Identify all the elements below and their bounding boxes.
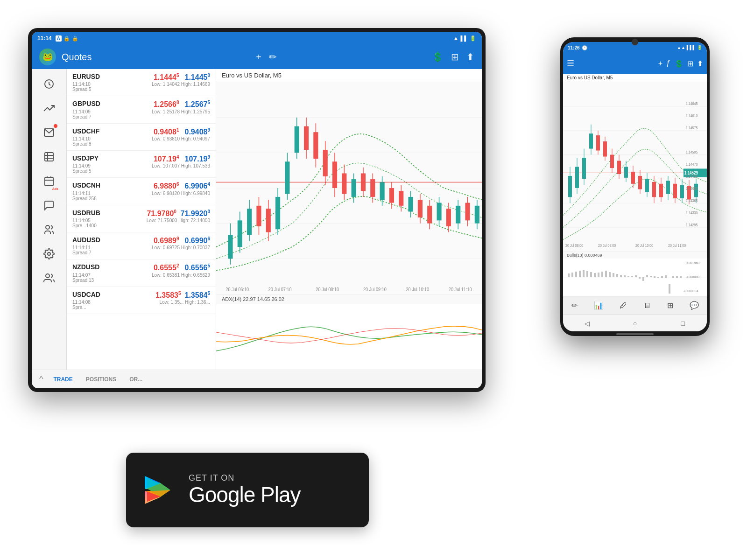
svg-rect-175 — [665, 275, 667, 278]
phone-recent-button[interactable]: □ — [677, 317, 690, 330]
sidebar-item-community[interactable] — [38, 218, 60, 241]
svg-text:1.14470: 1.14470 — [686, 162, 698, 167]
phone-bulls-chart: 0.001960 0.000000 -0.000994 — [563, 259, 707, 296]
phone-layout-icon[interactable]: ⊞ — [687, 59, 693, 68]
svg-rect-47 — [352, 179, 356, 197]
wifi-icon: ▲ — [453, 35, 459, 42]
phone-tool-screenshot[interactable]: 🖥 — [643, 301, 651, 310]
phone-tool-indicator[interactable]: 📊 — [594, 301, 603, 310]
notification-icon-p: 🔒 — [63, 35, 70, 42]
sidebar-item-mail[interactable] — [38, 121, 60, 144]
phone-candlestick-chart: 1.14529 — [563, 82, 707, 252]
svg-rect-113 — [638, 176, 642, 189]
svg-rect-31 — [275, 197, 280, 229]
currency-icon[interactable]: 💲 — [432, 51, 444, 63]
svg-rect-25 — [247, 209, 252, 235]
svg-rect-73 — [475, 206, 479, 224]
svg-point-10 — [46, 225, 49, 229]
layout-icon[interactable]: ⊞ — [451, 51, 459, 63]
quote-item-eurusd[interactable]: EURUSD 1.14445 1.14450 11:14:10Spread 5 … — [67, 69, 216, 96]
phone-currency-icon[interactable]: 💲 — [674, 59, 684, 68]
sidebar-item-chart[interactable] — [38, 73, 60, 95]
svg-rect-155 — [590, 272, 592, 277]
quote-item-nzdusd[interactable]: NZDUSD 0.65552 0.65565 11:14:07Spread 13… — [67, 259, 216, 287]
phone-home-button[interactable]: ○ — [628, 317, 641, 330]
play-store-name: Google Play — [189, 483, 301, 507]
svg-rect-41 — [323, 150, 328, 176]
tablet-time: 11:14 — [37, 35, 52, 42]
upload-icon[interactable]: ⬆ — [466, 51, 474, 63]
svg-rect-171 — [650, 276, 652, 277]
signal-icon: ▌▌ — [460, 35, 468, 41]
tab-orders[interactable]: OR... — [123, 373, 149, 385]
svg-rect-153 — [583, 270, 585, 277]
phone-tool-draw[interactable]: ✏ — [571, 301, 578, 310]
svg-rect-97 — [582, 158, 586, 179]
quote-item-usdcad[interactable]: USDCAD 1.35835 1.35845 11:14:08Spre... L… — [67, 287, 216, 314]
phone-chart-title: Euro vs US Dollar, M5 — [563, 74, 707, 82]
candlestick-chart: 20 Jul 06:10 20 Jul 07:10 20 Jul 08:10 2… — [216, 82, 482, 294]
sidebar-item-news[interactable] — [38, 146, 60, 168]
svg-rect-6 — [45, 177, 53, 186]
tab-positions[interactable]: POSITIONS — [79, 373, 123, 385]
app-logo[interactable]: 🐸 — [39, 49, 56, 65]
chart-area: Euro vs US Dollar, M5 — [216, 69, 482, 370]
svg-text:1.14505: 1.14505 — [686, 150, 698, 154]
svg-rect-178 — [676, 276, 678, 278]
svg-rect-121 — [666, 181, 670, 194]
svg-rect-67 — [446, 209, 451, 226]
sidebar-item-settings[interactable] — [38, 243, 60, 265]
svg-rect-55 — [389, 188, 394, 203]
phone-back-button[interactable]: ◁ — [580, 317, 593, 330]
phone-function-icon[interactable]: ƒ — [666, 59, 670, 68]
edit-icon[interactable]: ✏ — [269, 51, 277, 63]
quote-item-usdchf[interactable]: USDCHF 0.94081 0.94089 11:14:10Spread 8 … — [67, 124, 216, 151]
svg-text:1.14330: 1.14330 — [686, 210, 698, 215]
sidebar-item-calendar[interactable]: Ads — [38, 170, 60, 192]
google-play-icon — [140, 471, 177, 509]
svg-text:20 Jul 11:10: 20 Jul 11:10 — [449, 287, 472, 292]
google-play-badge[interactable]: GET IT ON Google Play — [126, 453, 369, 527]
nav-up-icon[interactable]: ^ — [35, 371, 47, 387]
svg-rect-105 — [610, 155, 614, 168]
svg-text:1.14435: 1.14435 — [686, 174, 698, 179]
svg-rect-168 — [639, 277, 641, 279]
svg-rect-93 — [568, 176, 572, 197]
quote-item-usdrub[interactable]: USDRUB 71.97800 71.99200 11:14:05Spre...… — [67, 205, 216, 232]
app-bar-actions: + ✏ 💲 ⊞ ⬆ — [256, 51, 474, 63]
svg-rect-179 — [680, 276, 682, 278]
add-icon[interactable]: + — [256, 52, 261, 63]
svg-text:1.14645: 1.14645 — [686, 101, 698, 106]
phone-tool-chat[interactable]: 💬 — [690, 301, 699, 310]
tablet-status-icons: A 🔒 🔒 — [56, 35, 78, 42]
tablet-device: 11:14 A 🔒 🔒 ▲ ▌▌ 🔋 🐸 Quotes + ✏ 💲 ⊞ — [28, 28, 486, 392]
quote-item-usdjpy[interactable]: USDJPY 107.194 107.199 11:14:09Spread 5 … — [67, 151, 216, 178]
phone-chart-area[interactable]: 1.14529 — [563, 82, 707, 252]
svg-rect-163 — [620, 275, 622, 277]
quote-item-usdcnh[interactable]: USDCNH 6.98806 6.99064 11:14:11Spread 25… — [67, 178, 216, 205]
sidebar-item-profile[interactable] — [38, 267, 60, 289]
svg-rect-157 — [598, 273, 599, 277]
adx-chart — [216, 304, 482, 370]
tab-trade[interactable]: TRADE — [47, 373, 79, 385]
phone-tool-pencil[interactable]: 🖊 — [620, 301, 627, 310]
sidebar-item-chat[interactable] — [38, 194, 60, 217]
main-chart-canvas[interactable]: 20 Jul 06:10 20 Jul 07:10 20 Jul 08:10 2… — [216, 82, 482, 294]
quote-item-gbpusd[interactable]: GBPUSD 1.25668 1.25675 11:14:09Spread 7 … — [67, 96, 216, 123]
play-get-it-on: GET IT ON — [189, 473, 301, 483]
phone-screen: 11:26 🕐 ▲▲ ▌▌▌ 🔋 ☰ + ƒ 💲 ⊞ ⬆ Euro vs US … — [563, 42, 707, 331]
sidebar-item-trade[interactable] — [38, 97, 60, 119]
chart-title: Euro vs US Dollar, M5 — [216, 69, 482, 82]
phone-menu-icon[interactable]: ☰ — [567, 58, 574, 69]
phone-add-icon[interactable]: + — [658, 59, 662, 68]
phone-tool-grid[interactable]: ⊞ — [667, 301, 673, 310]
phone-upload-icon[interactable]: ⬆ — [697, 59, 703, 68]
phone-home-bar — [616, 333, 654, 335]
svg-rect-159 — [605, 271, 607, 277]
svg-text:0.001960: 0.001960 — [686, 261, 699, 265]
app-title: Quotes — [62, 52, 256, 63]
quote-item-audusd[interactable]: AUDUSD 0.69899 0.69906 11:14:11Spread 7 … — [67, 232, 216, 259]
svg-point-12 — [46, 274, 49, 278]
svg-rect-61 — [418, 200, 423, 217]
phone-bottom-tools: ✏ 📊 🖊 🖥 ⊞ 💬 — [563, 296, 707, 315]
